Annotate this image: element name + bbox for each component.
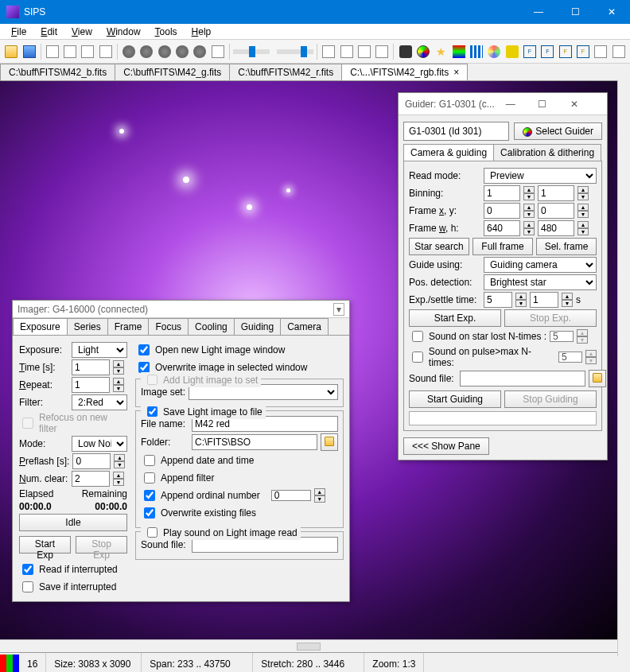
save-interrupted-check[interactable] bbox=[22, 581, 33, 592]
tab-focus[interactable]: Focus bbox=[148, 318, 189, 335]
filter-icon[interactable] bbox=[450, 43, 466, 60]
guider-start-exp-button[interactable]: Start Exp. bbox=[409, 309, 501, 327]
sel-frame-button[interactable]: Sel. frame bbox=[536, 238, 597, 255]
frame-y-input[interactable] bbox=[538, 203, 574, 219]
tab-cooling[interactable]: Cooling bbox=[188, 318, 235, 335]
stack3-icon[interactable] bbox=[356, 43, 372, 60]
guider-sound-file-input[interactable] bbox=[460, 371, 585, 386]
new-window-icon[interactable] bbox=[45, 43, 60, 60]
tab-camera[interactable]: Camera bbox=[280, 318, 329, 335]
stack4-icon[interactable] bbox=[374, 43, 390, 60]
slider-1[interactable] bbox=[233, 49, 270, 54]
close-button[interactable]: ✕ bbox=[593, 0, 630, 24]
file-tab-0[interactable]: C:\buff\FITS\M42_b.fits bbox=[0, 64, 115, 80]
fits2-icon[interactable]: F bbox=[539, 43, 555, 60]
filter-select[interactable]: 2:Red bbox=[72, 394, 127, 410]
target-icon[interactable] bbox=[415, 43, 431, 60]
append-ord-check[interactable] bbox=[144, 490, 155, 501]
h-scrollbar[interactable] bbox=[0, 639, 617, 652]
time-input[interactable] bbox=[72, 359, 110, 375]
menu-tools[interactable]: Tools bbox=[149, 25, 184, 39]
fits3-icon[interactable]: F bbox=[557, 43, 573, 60]
mode-select[interactable]: Low Noise bbox=[72, 436, 127, 452]
open-icon[interactable] bbox=[3, 43, 19, 60]
append-dt-check[interactable] bbox=[144, 455, 155, 466]
preflash-input[interactable] bbox=[72, 453, 111, 469]
tab-calibration[interactable]: Calibration & dithering bbox=[493, 144, 601, 161]
read-interrupted-check[interactable] bbox=[22, 564, 33, 575]
misc2-icon[interactable] bbox=[610, 43, 626, 60]
guider-min-icon[interactable]: — bbox=[495, 99, 527, 110]
fits4-icon[interactable]: F bbox=[575, 43, 591, 60]
start-exp-button[interactable]: Start Exp bbox=[19, 536, 71, 554]
minimize-button[interactable]: — bbox=[520, 0, 557, 24]
tool2-icon[interactable] bbox=[138, 43, 154, 60]
browse-folder-button[interactable] bbox=[321, 433, 338, 451]
save-icon[interactable] bbox=[21, 43, 37, 60]
play-sound-check[interactable] bbox=[147, 527, 158, 538]
tool5-icon[interactable] bbox=[192, 43, 208, 60]
guider-max-icon[interactable]: ☐ bbox=[527, 99, 558, 110]
menu-view[interactable]: View bbox=[65, 25, 99, 39]
numclear-input[interactable] bbox=[72, 471, 110, 487]
close-tab-icon[interactable]: × bbox=[453, 67, 459, 78]
binning-x-input[interactable] bbox=[484, 185, 520, 201]
stack2-icon[interactable] bbox=[338, 43, 354, 60]
cascade-icon[interactable] bbox=[62, 43, 78, 60]
pos-detection-select[interactable]: Brightest star bbox=[484, 274, 597, 290]
open-new-check[interactable] bbox=[138, 344, 150, 355]
menu-file[interactable]: File bbox=[5, 25, 33, 39]
menu-edit[interactable]: Edit bbox=[34, 25, 64, 39]
exp-input[interactable] bbox=[484, 292, 512, 308]
tab-camera-guiding[interactable]: Camera & guiding bbox=[403, 144, 494, 161]
tile-icon[interactable] bbox=[80, 43, 95, 60]
tab-series[interactable]: Series bbox=[67, 318, 108, 335]
menu-help[interactable]: Help bbox=[185, 25, 218, 39]
exposure-select[interactable]: Light bbox=[72, 342, 127, 358]
tool4-icon[interactable] bbox=[174, 43, 190, 60]
overwrite-sel-check[interactable] bbox=[138, 362, 150, 373]
read-mode-select[interactable]: Preview bbox=[484, 168, 597, 184]
misc-icon[interactable] bbox=[593, 43, 609, 60]
tool-icon[interactable] bbox=[121, 43, 137, 60]
ord-input[interactable] bbox=[271, 490, 311, 501]
binning-y-input[interactable] bbox=[538, 185, 574, 201]
time-down[interactable]: ▼ bbox=[113, 367, 124, 375]
full-frame-button[interactable]: Full frame bbox=[472, 238, 533, 255]
save-light-check[interactable] bbox=[147, 406, 158, 417]
stack-icon[interactable] bbox=[321, 43, 336, 60]
sound-pulse-check[interactable] bbox=[412, 352, 423, 363]
camera-icon[interactable] bbox=[397, 43, 413, 60]
append-filter-check[interactable] bbox=[144, 472, 155, 484]
grid-icon[interactable] bbox=[210, 43, 226, 60]
imager-menu-icon[interactable]: ▾ bbox=[333, 303, 344, 316]
imager-title[interactable]: Imager: G4-16000 (connected) ▾ bbox=[13, 301, 349, 318]
folder-input[interactable] bbox=[192, 434, 317, 450]
frame-w-input[interactable] bbox=[484, 220, 520, 236]
overwrite-files-check[interactable] bbox=[144, 507, 155, 519]
guider-close-icon[interactable]: ✕ bbox=[558, 99, 590, 110]
frame-h-input[interactable] bbox=[538, 220, 574, 236]
guider-titlebar[interactable]: Guider: G1-0301 (c... — ☐ ✕ bbox=[399, 93, 607, 115]
astro-icon[interactable] bbox=[504, 43, 519, 60]
sound-star-lost-check[interactable] bbox=[412, 331, 423, 342]
settle-input[interactable] bbox=[530, 292, 558, 308]
star-search-button[interactable]: Star search bbox=[409, 238, 469, 255]
file-tab-3[interactable]: C:\...\FITS\M42_rgb.fits× bbox=[341, 64, 468, 80]
maximize-button[interactable]: ☐ bbox=[557, 0, 593, 24]
arrange-icon[interactable] bbox=[98, 43, 114, 60]
file-tab-1[interactable]: C:\buff\FITS\M42_g.fits bbox=[115, 64, 230, 80]
star-icon[interactable]: ★ bbox=[433, 43, 449, 60]
palette-icon[interactable] bbox=[486, 43, 502, 60]
tool3-icon[interactable] bbox=[157, 43, 173, 60]
tab-guiding[interactable]: Guiding bbox=[234, 318, 281, 335]
start-guiding-button[interactable]: Start Guiding bbox=[409, 390, 501, 408]
guider-browse-sound-button[interactable] bbox=[589, 370, 606, 387]
show-pane-button[interactable]: <<< Show Pane bbox=[403, 437, 489, 455]
fits1-icon[interactable]: F bbox=[522, 43, 538, 60]
file-tab-2[interactable]: C:\buff\FITS\M42_r.fits bbox=[229, 64, 342, 80]
tab-exposure[interactable]: Exposure bbox=[13, 318, 68, 335]
time-up[interactable]: ▲ bbox=[113, 360, 124, 367]
menu-window[interactable]: Window bbox=[100, 25, 147, 39]
tab-frame[interactable]: Frame bbox=[107, 318, 150, 335]
